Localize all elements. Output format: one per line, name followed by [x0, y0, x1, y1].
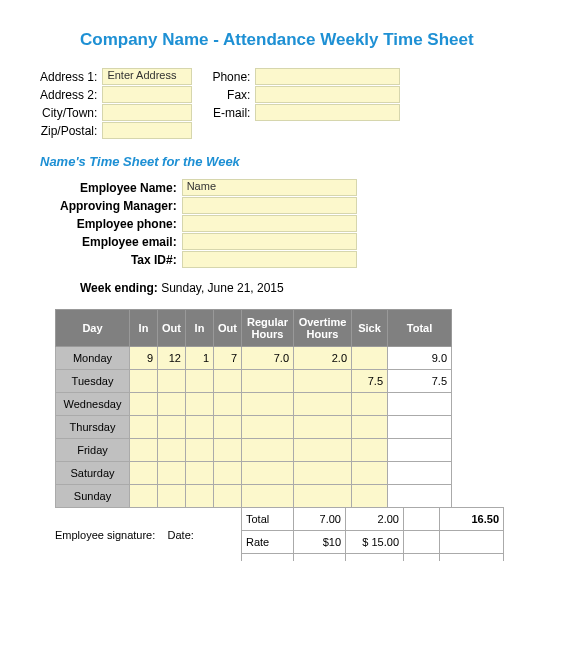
label-tax: Tax ID#: — [60, 251, 177, 269]
input-address2[interactable] — [102, 86, 192, 103]
out2-cell[interactable] — [214, 485, 242, 508]
in1-cell[interactable] — [130, 462, 158, 485]
total-cell — [388, 439, 452, 462]
totals-label-total: Total — [242, 508, 294, 531]
label-email: E-mail: — [212, 104, 250, 122]
in2-cell[interactable]: 1 — [186, 347, 214, 370]
reg-cell[interactable] — [242, 393, 294, 416]
week-ending: Week ending: Sunday, June 21, 2015 — [80, 281, 540, 295]
input-manager[interactable] — [182, 197, 357, 214]
ot-cell[interactable]: 2.0 — [294, 347, 352, 370]
in2-cell[interactable] — [186, 393, 214, 416]
sick-cell[interactable]: 7.5 — [352, 370, 388, 393]
ot-cell[interactable] — [294, 485, 352, 508]
label-emp-phone: Employee phone: — [60, 215, 177, 233]
in1-cell[interactable] — [130, 485, 158, 508]
totals-label-rate: Rate — [242, 531, 294, 554]
out1-cell[interactable] — [158, 370, 186, 393]
total-sick-hours — [404, 508, 440, 531]
rate-ot: $ 15.00 — [346, 531, 404, 554]
input-tax[interactable] — [182, 251, 357, 268]
label-address2: Address 2: — [40, 86, 97, 104]
in1-cell[interactable]: 9 — [130, 347, 158, 370]
sick-cell[interactable] — [352, 393, 388, 416]
pay-ot: $ 30.00 — [346, 554, 404, 562]
company-info: Address 1: Address 2: City/Town: Zip/Pos… — [40, 68, 540, 140]
day-cell: Thursday — [56, 416, 130, 439]
pay-reg: $ 70.00 — [294, 554, 346, 562]
input-emp-phone[interactable] — [182, 215, 357, 232]
in1-cell[interactable] — [130, 370, 158, 393]
reg-cell[interactable]: 7.0 — [242, 347, 294, 370]
ot-cell[interactable] — [294, 462, 352, 485]
input-emp-name[interactable]: Name — [182, 179, 357, 196]
rate-grand — [440, 531, 504, 554]
week-ending-label: Week ending: — [80, 281, 158, 295]
sick-cell[interactable] — [352, 439, 388, 462]
input-email[interactable] — [255, 104, 400, 121]
in1-cell[interactable] — [130, 439, 158, 462]
out2-cell[interactable] — [214, 393, 242, 416]
day-cell: Monday — [56, 347, 130, 370]
table-row: Friday — [56, 439, 452, 462]
out1-cell[interactable]: 12 — [158, 347, 186, 370]
out2-cell[interactable] — [214, 416, 242, 439]
sick-cell[interactable] — [352, 462, 388, 485]
table-row: Wednesday — [56, 393, 452, 416]
out1-cell[interactable] — [158, 416, 186, 439]
label-fax: Fax: — [212, 86, 250, 104]
header-in1: In — [130, 310, 158, 347]
reg-cell[interactable] — [242, 462, 294, 485]
total-reg-hours: 7.00 — [294, 508, 346, 531]
reg-cell[interactable] — [242, 416, 294, 439]
input-city[interactable] — [102, 104, 192, 121]
input-phone[interactable] — [255, 68, 400, 85]
timesheet-table: Day In Out In Out Regular Hours Overtime… — [55, 309, 452, 508]
label-phone: Phone: — [212, 68, 250, 86]
header-sick: Sick — [352, 310, 388, 347]
out1-cell[interactable] — [158, 485, 186, 508]
header-overtime: Overtime Hours — [294, 310, 352, 347]
reg-cell[interactable] — [242, 370, 294, 393]
out1-cell[interactable] — [158, 393, 186, 416]
in1-cell[interactable] — [130, 416, 158, 439]
sick-cell[interactable] — [352, 416, 388, 439]
sick-cell[interactable] — [352, 485, 388, 508]
table-row: Tuesday7.57.5 — [56, 370, 452, 393]
in2-cell[interactable] — [186, 370, 214, 393]
input-address1[interactable]: Enter Address — [102, 68, 192, 85]
label-emp-name: Employee Name: — [60, 179, 177, 197]
in2-cell[interactable] — [186, 462, 214, 485]
out1-cell[interactable] — [158, 462, 186, 485]
total-cell — [388, 416, 452, 439]
ot-cell[interactable] — [294, 370, 352, 393]
out1-cell[interactable] — [158, 439, 186, 462]
in2-cell[interactable] — [186, 416, 214, 439]
ot-cell[interactable] — [294, 439, 352, 462]
reg-cell[interactable] — [242, 439, 294, 462]
label-manager: Approving Manager: — [60, 197, 177, 215]
totals-table: Total 7.00 2.00 16.50 Rate $10 $ 15.00 T… — [241, 507, 504, 561]
subtitle: Name's Time Sheet for the Week — [40, 154, 540, 169]
in1-cell[interactable] — [130, 393, 158, 416]
out2-cell[interactable] — [214, 370, 242, 393]
day-cell: Friday — [56, 439, 130, 462]
input-fax[interactable] — [255, 86, 400, 103]
ot-cell[interactable] — [294, 393, 352, 416]
out2-cell[interactable] — [214, 462, 242, 485]
in2-cell[interactable] — [186, 485, 214, 508]
header-total: Total — [388, 310, 452, 347]
out2-cell[interactable] — [214, 439, 242, 462]
in2-cell[interactable] — [186, 439, 214, 462]
sick-cell[interactable] — [352, 347, 388, 370]
ot-cell[interactable] — [294, 416, 352, 439]
table-row: Monday912177.02.09.0 — [56, 347, 452, 370]
out2-cell[interactable]: 7 — [214, 347, 242, 370]
input-emp-email[interactable] — [182, 233, 357, 250]
signature-row: Employee signature: Date: — [55, 529, 235, 541]
input-zip[interactable] — [102, 122, 192, 139]
employee-info: Employee Name: Approving Manager: Employ… — [60, 179, 540, 269]
reg-cell[interactable] — [242, 485, 294, 508]
day-cell: Tuesday — [56, 370, 130, 393]
week-ending-value: Sunday, June 21, 2015 — [161, 281, 284, 295]
